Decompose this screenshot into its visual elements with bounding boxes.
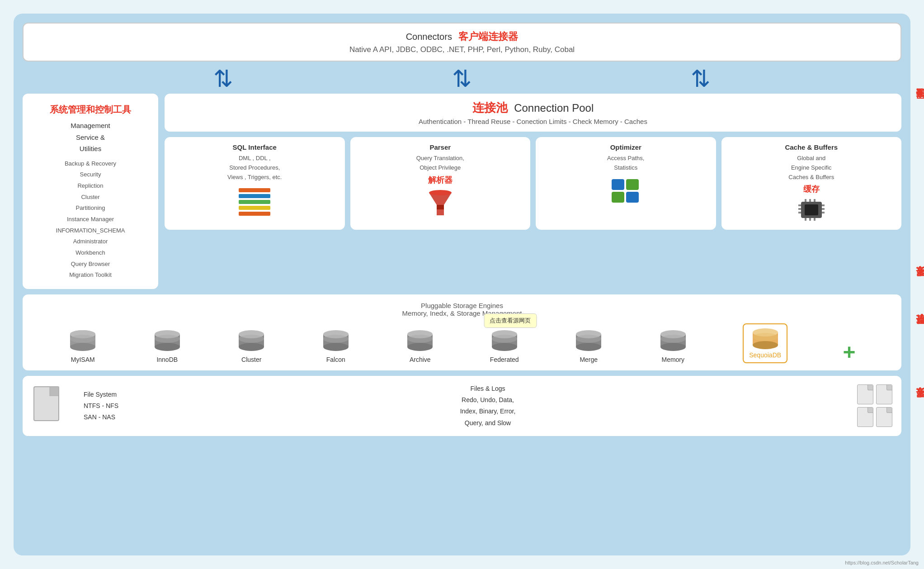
bottom-section: File System NTFS - NFS SAN - NAS Files &… bbox=[23, 376, 901, 436]
svg-point-37 bbox=[407, 335, 433, 343]
doc-icon-2 bbox=[876, 384, 892, 404]
file-system-svg bbox=[32, 384, 66, 425]
tooltip-bubble: 点击查看源网页 bbox=[484, 313, 537, 328]
memory-icon bbox=[659, 330, 688, 353]
svg-rect-11 bbox=[805, 199, 806, 202]
cluster-icon bbox=[237, 330, 266, 353]
svg-point-19 bbox=[70, 343, 95, 351]
falcon-label: Falcon bbox=[326, 356, 345, 363]
engine-header: Pluggable Storage Engines Memory, Inedx,… bbox=[32, 302, 892, 317]
svg-point-53 bbox=[753, 333, 778, 341]
main-container: Connectors 客户端连接器 Native A API, JDBC, OD… bbox=[14, 14, 910, 555]
svg-point-31 bbox=[323, 343, 349, 351]
svg-marker-0 bbox=[429, 193, 452, 215]
svg-rect-57 bbox=[50, 387, 59, 396]
svg-point-27 bbox=[239, 343, 264, 351]
engine-section: Pluggable Storage Engines Memory, Inedx,… bbox=[23, 294, 901, 370]
engine-sequoia: SequoiaDB bbox=[743, 323, 787, 363]
service-boxes: SQL Interface DML , DDL ,Stored Procedur… bbox=[165, 137, 901, 230]
engine-merge: Merge bbox=[574, 330, 603, 363]
sequoia-box: SequoiaDB bbox=[743, 323, 787, 363]
arrow-1: ⇅ bbox=[213, 67, 233, 90]
cache-icon bbox=[797, 198, 825, 223]
svg-point-43 bbox=[576, 343, 601, 351]
svg-point-23 bbox=[155, 343, 180, 351]
myisam-label: MyISAM bbox=[71, 356, 95, 363]
optimizer-icon bbox=[612, 179, 640, 203]
service-box-parser: Parser Query Translation,Object Privileg… bbox=[350, 137, 531, 230]
connectors-label-cn: 客户端连接器 bbox=[458, 31, 518, 42]
management-heading: Management Service & Utilities bbox=[32, 120, 149, 155]
parser-icon bbox=[427, 189, 454, 220]
cache-label-cn: 缓存 bbox=[803, 184, 820, 194]
watermark: https://blog.csdn.net/ScholarTang bbox=[845, 560, 919, 565]
archive-icon bbox=[405, 330, 434, 353]
doc-icon-3 bbox=[857, 407, 873, 427]
svg-rect-16 bbox=[814, 218, 816, 221]
service-box-cache: Cache & Buffers Global andEngine Specifi… bbox=[721, 137, 902, 230]
arrow-row: ⇅ ⇅ ⇅ bbox=[23, 66, 901, 91]
management-items: Backup & Recovery Security Repliction Cl… bbox=[32, 158, 149, 281]
parser-title: Parser bbox=[429, 143, 451, 151]
doc-icon-1 bbox=[857, 384, 873, 404]
arrow-icon-2: ⇅ bbox=[452, 67, 472, 90]
pool-label-en: Connection Pool bbox=[514, 102, 594, 114]
management-label-cn: 系统管理和控制工具 bbox=[32, 102, 149, 117]
svg-point-41 bbox=[492, 335, 517, 343]
sql-icon bbox=[239, 188, 270, 216]
engine-federated: 点击查看源网页 Federated bbox=[490, 330, 519, 363]
svg-rect-13 bbox=[814, 199, 816, 202]
parser-label-cn: 解析器 bbox=[428, 175, 453, 185]
svg-rect-8 bbox=[822, 204, 825, 206]
svg-point-35 bbox=[407, 343, 433, 351]
files-logs-text: Files & Logs Redo, Undo, Data, Index, Bi… bbox=[137, 383, 839, 429]
sequoia-label: SequoiaDB bbox=[749, 351, 781, 359]
svg-point-47 bbox=[660, 343, 686, 351]
filesystem-text: File System NTFS - NFS SAN - NAS bbox=[84, 389, 118, 423]
svg-marker-2 bbox=[437, 205, 444, 209]
pool-label-cn: 连接池 bbox=[472, 101, 508, 114]
connectors-subtitle: Native A API, JDBC, ODBC, .NET, PHP, Per… bbox=[33, 45, 891, 54]
sql-title: SQL Interface bbox=[233, 143, 277, 151]
arrow-icon-1: ⇅ bbox=[213, 67, 233, 90]
sequoia-icon bbox=[751, 328, 780, 351]
service-box-optimizer: Optimizer Access Paths,Statistics bbox=[536, 137, 716, 230]
plus-icon: + bbox=[843, 341, 856, 363]
svg-rect-10 bbox=[822, 212, 825, 213]
arrow-icon-3: ⇅ bbox=[691, 67, 711, 90]
svg-point-25 bbox=[155, 335, 180, 343]
svg-rect-4 bbox=[805, 204, 818, 215]
engine-archive: Archive bbox=[405, 330, 434, 363]
cluster-label: Cluster bbox=[241, 356, 261, 363]
svg-point-33 bbox=[323, 335, 349, 343]
connectors-header: Connectors 客户端连接器 bbox=[33, 30, 891, 43]
optimizer-text: Access Paths,Statistics bbox=[607, 154, 644, 173]
doc-icons-grid bbox=[857, 384, 892, 427]
myisam-icon bbox=[68, 330, 97, 353]
sql-text: DML , DDL ,Stored Procedures,Views , Tri… bbox=[227, 154, 282, 182]
bottom-section-wrapper: File System NTFS - NFS SAN - NAS Files &… bbox=[23, 376, 901, 436]
engine-icons-row: MyISAM InnoDB bbox=[32, 323, 892, 363]
archive-label: Archive bbox=[410, 356, 431, 363]
engine-memory: Memory bbox=[659, 330, 688, 363]
doc-icon-4 bbox=[876, 407, 892, 427]
svg-rect-5 bbox=[798, 204, 801, 206]
svg-rect-14 bbox=[805, 218, 806, 221]
cache-title: Cache & Buffers bbox=[785, 143, 838, 151]
innodb-label: InnoDB bbox=[156, 356, 178, 363]
svg-rect-15 bbox=[809, 218, 811, 221]
filesystem-icon bbox=[32, 384, 66, 427]
optimizer-title: Optimizer bbox=[610, 143, 641, 151]
svg-rect-9 bbox=[822, 208, 825, 210]
svg-point-29 bbox=[239, 335, 264, 343]
memory-label: Memory bbox=[661, 356, 684, 363]
falcon-icon bbox=[321, 330, 350, 353]
plus-item: + bbox=[843, 341, 856, 363]
arrow-2: ⇅ bbox=[452, 67, 472, 90]
cache-text: Global andEngine SpecificCaches & Buffer… bbox=[788, 154, 834, 182]
pool-subtitle: Authentication - Thread Reuse - Conectio… bbox=[174, 118, 892, 125]
merge-icon bbox=[574, 330, 603, 353]
svg-point-21 bbox=[70, 335, 95, 343]
federated-icon bbox=[490, 330, 519, 353]
management-panel: 系统管理和控制工具 Management Service & Utilities… bbox=[23, 94, 158, 289]
